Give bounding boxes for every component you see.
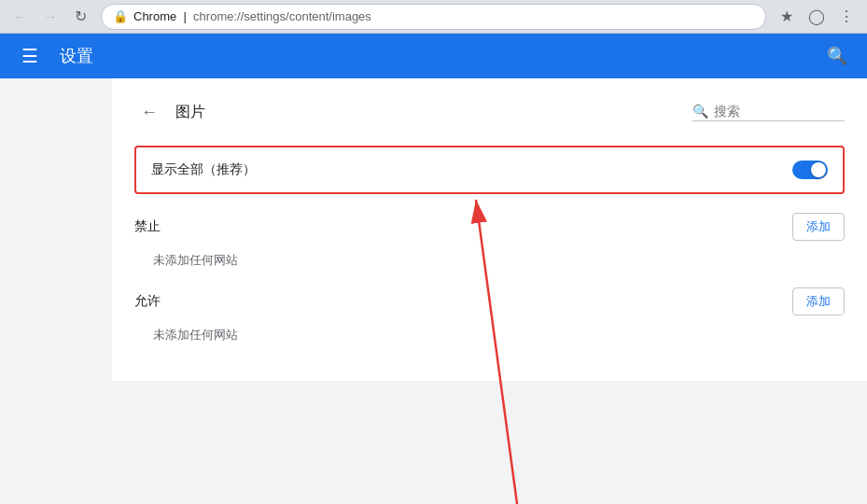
- header-search-icon: 🔍: [827, 46, 847, 66]
- url-domain: Chrome: [133, 9, 176, 23]
- address-url: Chrome | chrome://settings/content/image…: [133, 9, 754, 23]
- block-add-button[interactable]: 添加: [792, 213, 845, 241]
- toggle-row: 显示全部（推荐）: [134, 146, 845, 194]
- allow-section-label: 允许: [134, 293, 161, 310]
- back-button[interactable]: ←: [7, 4, 34, 30]
- block-section-label: 禁止: [134, 218, 161, 235]
- settings-header: ☰ 设置 🔍: [0, 34, 867, 78]
- menu-button[interactable]: ⋮: [833, 4, 860, 30]
- toggle-label: 显示全部（推荐）: [151, 161, 256, 178]
- allow-empty-text: 未添加任何网站: [134, 327, 845, 343]
- sidebar: [0, 78, 112, 504]
- main-layout: ← 图片 🔍 显示全部（推荐） 禁止 添: [0, 78, 867, 504]
- header-search-button[interactable]: 🔍: [822, 41, 852, 71]
- browser-chrome: ← → ↻ 🔒 Chrome | chrome://settings/conte…: [0, 0, 867, 34]
- url-path: chrome://settings/content/images: [193, 9, 371, 23]
- lock-icon: 🔒: [113, 9, 128, 23]
- block-section-header: 禁止 添加: [134, 213, 845, 241]
- page-header: ← 图片 🔍: [134, 97, 845, 127]
- search-input[interactable]: [714, 104, 845, 119]
- nav-icons: ← → ↻: [7, 4, 93, 30]
- browser-actions: ★ ◯ ⋮: [774, 4, 860, 30]
- block-empty-text: 未添加任何网站: [134, 252, 845, 269]
- settings-header-left: ☰ 设置: [15, 41, 93, 71]
- url-separator: |: [180, 9, 193, 23]
- search-box: 🔍: [692, 104, 845, 121]
- allow-section: 允许 添加 未添加任何网站: [134, 287, 845, 343]
- toggle-thumb: [811, 162, 826, 177]
- address-bar[interactable]: 🔒 Chrome | chrome://settings/content/ima…: [101, 4, 766, 30]
- hamburger-icon: ☰: [21, 45, 38, 67]
- forward-button[interactable]: →: [37, 4, 63, 30]
- page-back-button[interactable]: ←: [134, 97, 164, 127]
- block-section: 禁止 添加 未添加任何网站: [134, 213, 845, 269]
- content-wrapper: ← 图片 🔍 显示全部（推荐） 禁止 添: [112, 78, 867, 504]
- settings-page-title: 设置: [60, 45, 93, 67]
- page-header-left: ← 图片: [134, 97, 205, 127]
- reload-button[interactable]: ↻: [67, 4, 93, 30]
- allow-add-button[interactable]: 添加: [792, 287, 845, 315]
- bookmark-button[interactable]: ★: [774, 4, 800, 30]
- search-box-icon: 🔍: [692, 104, 708, 119]
- toggle-switch[interactable]: [792, 161, 828, 179]
- account-button[interactable]: ◯: [804, 4, 830, 30]
- content-area: ← 图片 🔍 显示全部（推荐） 禁止 添: [112, 78, 867, 381]
- page-title: 图片: [175, 103, 205, 122]
- hamburger-button[interactable]: ☰: [15, 41, 45, 71]
- allow-section-header: 允许 添加: [134, 287, 845, 315]
